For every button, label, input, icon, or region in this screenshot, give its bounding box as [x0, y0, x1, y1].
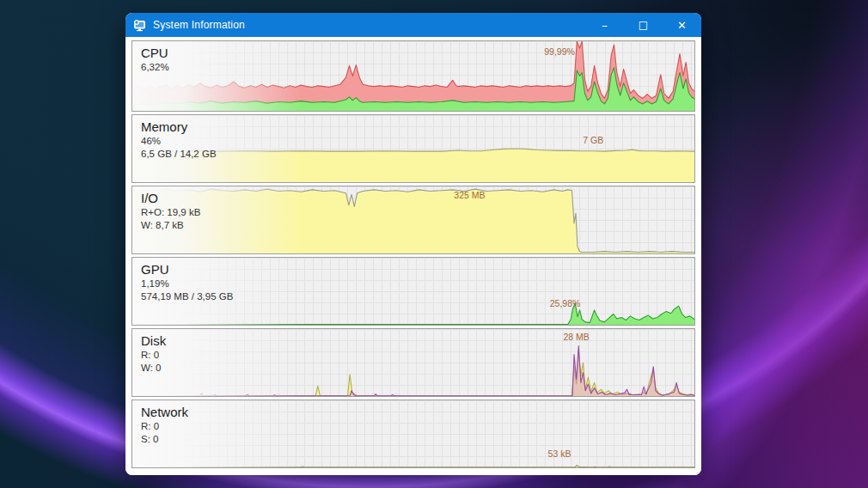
io-chart [132, 186, 694, 253]
panel-value: 6,32% [141, 62, 169, 73]
panel-memory: Memory 46% 6,5 GB / 14,2 GB 7 GB [131, 114, 695, 183]
panel-value: S: 0 [141, 434, 188, 445]
panel-value: 46% [141, 136, 217, 147]
window-controls: – □ ✕ [585, 13, 701, 37]
minimize-button[interactable]: – [585, 13, 624, 37]
network-chart [132, 400, 694, 467]
panel-value: 6,5 GB / 14,2 GB [141, 149, 217, 160]
disk-chart [132, 329, 694, 396]
gpu-meta: GPU 1,19% 574,19 MB / 3,95 GB [141, 262, 233, 302]
panel-title: CPU [141, 46, 169, 60]
titlebar[interactable]: System Information – □ ✕ [125, 13, 701, 37]
peak-label: 25,98% [550, 298, 581, 308]
panel-disk: Disk R: 0 W: 0 28 MB [131, 328, 695, 397]
panel-value: R: 0 [141, 350, 166, 361]
cpu-meta: CPU 6,32% [141, 46, 169, 75]
system-monitor-app-icon [132, 18, 147, 33]
panel-value: W: 0 [141, 363, 166, 374]
panel-value: 574,19 MB / 3,95 GB [141, 291, 233, 302]
panel-title: Memory [141, 119, 217, 134]
memory-meta: Memory 46% 6,5 GB / 14,2 GB [141, 119, 217, 160]
panel-value: R: 0 [141, 421, 188, 432]
panel-title: Disk [141, 333, 166, 348]
panel-title: Network [141, 405, 188, 419]
panel-cpu: CPU 6,32% 99,99% [131, 40, 695, 112]
close-button[interactable]: ✕ [663, 13, 701, 37]
panel-io: I/O R+O: 19,9 kB W: 8,7 kB 325 MB [131, 186, 695, 254]
panel-value: 1,19% [141, 278, 233, 290]
peak-label: 28 MB [563, 332, 589, 342]
maximize-button[interactable]: □ [624, 13, 663, 37]
peak-label: 99,99% [544, 46, 575, 57]
cpu-chart [132, 41, 694, 111]
disk-meta: Disk R: 0 W: 0 [141, 333, 166, 374]
memory-chart [132, 115, 694, 182]
io-meta: I/O R+O: 19,9 kB W: 8,7 kB [141, 191, 200, 231]
peak-label: 53 kB [548, 448, 572, 459]
peak-label: 7 GB [583, 135, 603, 145]
panel-title: GPU [141, 262, 233, 277]
panel-value: W: 8,7 kB [141, 220, 200, 231]
panel-value: R+O: 19,9 kB [141, 207, 200, 218]
panel-network: Network R: 0 S: 0 53 kB [131, 400, 695, 468]
system-information-window: System Information – □ ✕ CPU 6,32% 99,99… [125, 13, 701, 475]
panel-gpu: GPU 1,19% 574,19 MB / 3,95 GB 25,98% [131, 257, 695, 326]
panel-title: I/O [141, 191, 200, 205]
window-title: System Information [153, 19, 245, 31]
window-content: CPU 6,32% 99,99% Memory 46% 6,5 GB / 14,… [125, 37, 701, 475]
peak-label: 325 MB [454, 190, 485, 200]
network-meta: Network R: 0 S: 0 [141, 405, 188, 445]
